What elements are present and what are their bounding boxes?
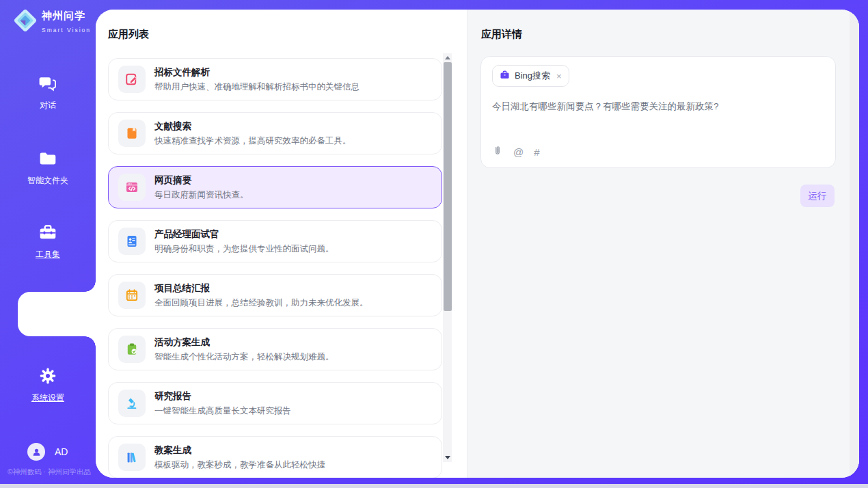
app-card-web-summary[interactable]: 网页摘要 每日政府新闻资讯快查。	[108, 166, 442, 208]
toolbox-icon	[38, 232, 57, 244]
mention-icon[interactable]: @	[513, 146, 524, 158]
tool-chip-bing-search[interactable]: Bing搜索 ×	[492, 65, 569, 87]
content-area: 应用列表 招标文件解析 帮助用户快速、准确地理解和解析招标书中的关键信息	[96, 10, 859, 478]
app-desc: 每日政府新闻资讯快查。	[154, 189, 249, 201]
app-card-event-plan[interactable]: 活动方案生成 智能生成个性化活动方案，轻松解决规划难题。	[108, 328, 442, 370]
sidebar-item-settings[interactable]: 系统设置	[0, 366, 96, 404]
app-card-pm-interviewer[interactable]: 产品经理面试官 明确身份和职责，为您提供专业性的面试问题。	[108, 220, 442, 262]
app-name: 研究报告	[154, 391, 191, 401]
brand-name: 神州问学	[42, 10, 85, 21]
resume-icon	[118, 228, 146, 255]
app-list-scrollbar[interactable]	[443, 53, 452, 462]
chat-icon	[38, 83, 57, 95]
sidebar-item-label: 系统设置	[0, 392, 96, 404]
brand-text: 神州问学 Smart Vision	[42, 10, 96, 35]
sidebar-item-smart-folders[interactable]: 智能文件夹	[0, 149, 96, 187]
sidebar-item-chat[interactable]: 对话	[0, 74, 96, 111]
app-card-project-summary[interactable]: 项目总结汇报 全面回顾项目进展，总结经验教训，助力未来优化发展。	[108, 274, 442, 316]
app-card-research-report[interactable]: 研究报告 一键智能生成高质量长文本研究报告	[108, 382, 442, 424]
chip-close-icon[interactable]: ×	[556, 71, 562, 81]
folder-icon	[38, 159, 57, 170]
gear-icon	[38, 376, 57, 388]
user-name: AD	[55, 446, 68, 457]
sidebar-item-toolset[interactable]: 工具集	[0, 223, 96, 260]
app-desc: 明确身份和职责，为您提供专业性的面试问题。	[154, 243, 334, 255]
app-detail-panel: 应用详情 Bing搜索 × 今日湖北有哪些新闻要点？有哪些需要关注的最新政策?	[467, 10, 859, 478]
app-list-panel: 应用列表 招标文件解析 帮助用户快速、准确地理解和解析招标书中的关键信息	[96, 10, 467, 478]
doc-pen-icon	[118, 66, 146, 93]
tab-fillet-top	[85, 281, 96, 292]
avatar[interactable]	[27, 443, 45, 461]
app-name: 活动方案生成	[154, 337, 210, 347]
clipboard-check-icon	[118, 336, 146, 363]
browser-code-icon	[118, 174, 146, 201]
query-input[interactable]: 今日湖北有哪些新闻要点？有哪些需要关注的最新政策?	[492, 100, 824, 113]
sidebar-item-label: 工具集	[0, 249, 96, 260]
app-desc: 模板驱动，教案秒成，教学准备从此轻松快捷	[154, 459, 325, 471]
brand: 神州问学 Smart Vision	[12, 8, 96, 36]
app-name: 网页摘要	[154, 175, 191, 185]
scrollbar-thumb[interactable]	[444, 62, 452, 311]
tool-chip-label: Bing搜索	[515, 70, 550, 82]
brand-subtitle: Smart Vision	[42, 27, 91, 33]
app-desc: 智能生成个性化活动方案，轻松解决规划难题。	[154, 351, 334, 363]
app-desc: 快速精准查找学术资源，提高研究效率的必备工具。	[154, 135, 351, 147]
sidebar-footer: ©神州数码 · 神州问学出品	[3, 467, 96, 477]
app-card-lesson-plan[interactable]: 教案生成 模板驱动，教案秒成，教学准备从此轻松快捷	[108, 436, 442, 478]
app-card-literature-search[interactable]: 文献搜索 快速精准查找学术资源，提高研究效率的必备工具。	[108, 112, 442, 154]
composer-toolbar: @ #	[492, 145, 540, 159]
app-name: 招标文件解析	[154, 67, 210, 77]
detail-scrollbar-track[interactable]	[850, 10, 859, 478]
calendar-icon	[118, 282, 146, 309]
app-name: 项目总结汇报	[154, 283, 210, 293]
person-icon	[31, 447, 42, 457]
microscope-icon	[118, 390, 146, 417]
book-icon	[118, 120, 146, 147]
paperclip-icon[interactable]	[492, 145, 503, 159]
app-card-bid-doc-parse[interactable]: 招标文件解析 帮助用户快速、准确地理解和解析招标书中的关键信息	[108, 58, 442, 100]
user-profile[interactable]: AD	[27, 443, 68, 461]
brand-logo-icon	[12, 8, 38, 36]
scrollbar-down-arrow[interactable]	[443, 453, 452, 462]
app-desc: 一键智能生成高质量长文本研究报告	[154, 405, 291, 417]
query-composer[interactable]: Bing搜索 × 今日湖北有哪些新闻要点？有哪些需要关注的最新政策? @ #	[480, 56, 836, 168]
app-name: 教案生成	[154, 445, 191, 455]
books-icon	[118, 444, 146, 471]
sidebar: 神州问学 Smart Vision 对话 智能文件夹	[0, 0, 96, 484]
briefcase-icon	[500, 70, 510, 83]
sidebar-item-label: 对话	[0, 100, 96, 111]
app-name: 产品经理面试官	[154, 229, 219, 239]
app-name: 文献搜索	[154, 121, 191, 131]
app-window: 神州问学 Smart Vision 对话 智能文件夹	[0, 0, 868, 488]
app-desc: 全面回顾项目进展，总结经验教训，助力未来优化发展。	[154, 297, 368, 309]
tab-fillet-bottom	[85, 336, 96, 347]
app-list-title: 应用列表	[108, 28, 149, 41]
hash-icon[interactable]: #	[534, 146, 539, 158]
active-tab-bump	[18, 292, 96, 336]
sidebar-item-label: 智能文件夹	[0, 175, 96, 187]
scrollbar-up-arrow[interactable]	[443, 53, 452, 62]
run-button[interactable]: 运行	[800, 185, 835, 207]
app-desc: 帮助用户快速、准确地理解和解析招标书中的关键信息	[154, 81, 360, 93]
app-detail-title: 应用详情	[481, 28, 522, 41]
